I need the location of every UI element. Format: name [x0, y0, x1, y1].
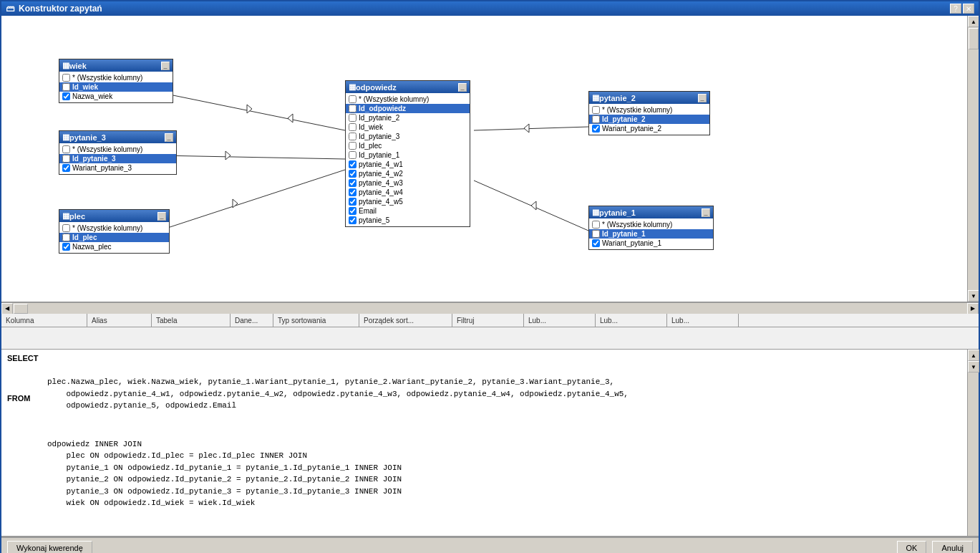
checkbox[interactable] — [349, 188, 356, 196]
close-button[interactable]: ✕ — [963, 4, 974, 14]
checkbox[interactable] — [592, 221, 600, 229]
table-plec-title: plec — [69, 212, 157, 221]
ok-button[interactable]: OK — [897, 541, 927, 554]
grid-col-lub2: Lub... — [596, 314, 667, 327]
table-pytanie1-body: * (Wszystkie kolumny) Id_pytanie_1 Waria… — [589, 218, 713, 249]
checkbox[interactable] — [62, 243, 70, 251]
table-row: Id_pytanie_3 — [59, 154, 176, 163]
checkbox[interactable] — [62, 74, 70, 82]
sql-select: plec.Nazwa_plec, wiek.Nazwa_wiek, pytani… — [47, 376, 964, 412]
svg-marker-1 — [247, 105, 252, 113]
table-pytanie1-header[interactable]: ▦ pytanie_1 _ — [589, 206, 713, 218]
table-row: * (Wszystkie kolumny) — [59, 73, 173, 82]
table-plec-minimize[interactable]: _ — [157, 212, 166, 221]
table-wiek-header[interactable]: ▦ wiek _ — [59, 59, 173, 72]
table-row: pytanie_4_w5 — [346, 197, 470, 206]
sql-scroll-up[interactable]: ▲ — [968, 350, 979, 361]
table-row: pytanie_4_w2 — [346, 169, 470, 178]
table-pytanie2-header[interactable]: ▦ pytanie_2 _ — [589, 92, 709, 104]
scroll-right-button[interactable]: ▶ — [967, 303, 979, 314]
svg-line-3 — [159, 155, 345, 159]
table-odpowiedz-header[interactable]: ▦ odpowiedz _ — [346, 81, 470, 93]
action-right: OK Anuluj — [897, 541, 973, 554]
checkbox[interactable] — [62, 145, 70, 153]
scroll-left-button[interactable]: ◀ — [1, 303, 13, 314]
checkbox[interactable] — [62, 234, 70, 241]
checkbox[interactable] — [349, 123, 356, 131]
table-row: Email — [346, 206, 470, 216]
table-pytanie3-minimize[interactable]: _ — [165, 133, 173, 142]
table-row: * (Wszystkie kolumny) — [59, 223, 169, 233]
sql-area: SELECT FROM plec.Nazwa_plec, wiek.Nazwa_… — [1, 350, 979, 537]
canvas-scrollbar-h: ◀ ▶ — [1, 302, 979, 314]
checkbox[interactable] — [62, 92, 70, 100]
grid-col-filtruj: Filtruj — [452, 314, 524, 327]
checkbox[interactable] — [62, 155, 70, 163]
sql-labels: SELECT FROM — [1, 350, 44, 536]
table-plec-header[interactable]: ▦ plec _ — [59, 210, 169, 222]
sql-content[interactable]: plec.Nazwa_plec, wiek.Nazwa_wiek, pytani… — [44, 350, 967, 536]
checkbox[interactable] — [349, 207, 356, 215]
grid-area: Kolumna Alias Tabela Dane... Typ sortowa… — [1, 314, 979, 350]
table-pytanie1-title: pytanie_1 — [599, 208, 702, 217]
checkbox[interactable] — [349, 95, 356, 103]
scroll-down-button[interactable]: ▼ — [968, 290, 979, 302]
checkbox[interactable] — [62, 164, 70, 172]
checkbox[interactable] — [349, 133, 356, 140]
svg-marker-6 — [233, 199, 238, 208]
checkbox[interactable] — [349, 151, 356, 159]
table-icon: ▦ — [592, 93, 599, 102]
cancel-button[interactable]: Anuluj — [932, 541, 973, 554]
table-wiek: ▦ wiek _ * (Wszystkie kolumny) Id_wiek N… — [59, 59, 173, 103]
grid-col-tabela: Tabela — [152, 314, 231, 327]
action-bar: Wykonaj kwerendę OK Anuluj — [1, 537, 979, 554]
scroll-thumb[interactable] — [969, 28, 979, 49]
checkbox[interactable] — [592, 115, 600, 123]
table-row: Id_pytanie_2 — [346, 113, 470, 122]
checkbox[interactable] — [349, 179, 356, 187]
grid-col-alias: Alias — [87, 314, 152, 327]
scroll-up-button[interactable]: ▲ — [968, 16, 979, 27]
svg-marker-8 — [524, 124, 529, 133]
table-pytanie1: ▦ pytanie_1 _ * (Wszystkie kolumny) Id_p… — [588, 206, 714, 250]
table-pytanie3-header[interactable]: ▦ pytanie_3 _ — [59, 131, 176, 143]
table-wiek-title: wiek — [69, 62, 161, 70]
table-pytanie1-minimize[interactable]: _ — [702, 208, 710, 217]
table-row: * (Wszystkie kolumny) — [59, 145, 176, 154]
table-row: Id_pytanie_3 — [346, 132, 470, 141]
table-row: Wariant_pytanie_2 — [589, 124, 709, 133]
checkbox[interactable] — [592, 106, 600, 114]
table-wiek-minimize[interactable]: _ — [161, 62, 170, 70]
title-bar-left: 🗃 Konstruktor zapytań — [6, 4, 102, 14]
checkbox[interactable] — [349, 160, 356, 168]
grid-col-dane: Dane... — [231, 314, 273, 327]
checkbox[interactable] — [349, 142, 356, 150]
checkbox[interactable] — [592, 239, 600, 247]
table-pytanie3: ▦ pytanie_3 _ * (Wszystkie kolumny) Id_p… — [59, 130, 177, 175]
checkbox[interactable] — [592, 230, 600, 238]
scroll-h-thumb[interactable] — [14, 304, 28, 314]
checkbox[interactable] — [349, 198, 356, 206]
checkbox[interactable] — [349, 216, 356, 224]
table-odpowiedz-minimize[interactable]: _ — [458, 83, 467, 92]
checkbox[interactable] — [592, 125, 600, 133]
table-row: Id_pytanie_1 — [346, 150, 470, 160]
table-pytanie2-minimize[interactable]: _ — [698, 94, 707, 102]
grid-col-lub1: Lub... — [524, 314, 596, 327]
sql-scroll-down[interactable]: ▼ — [968, 361, 979, 372]
sql-scrollbar: ▲ ▼ — [967, 350, 979, 536]
checkbox[interactable] — [62, 83, 70, 91]
svg-line-9 — [474, 181, 588, 231]
table-icon: ▦ — [592, 208, 599, 217]
checkbox[interactable] — [349, 105, 356, 112]
checkbox[interactable] — [62, 224, 70, 232]
help-button[interactable]: ? — [950, 4, 961, 14]
table-row: pytanie_4_w4 — [346, 188, 470, 197]
checkbox[interactable] — [349, 170, 356, 178]
table-row: Id_plec — [59, 233, 169, 242]
table-row: Wariant_pytanie_3 — [59, 163, 176, 173]
table-icon: ▦ — [349, 82, 356, 92]
checkbox[interactable] — [349, 114, 356, 122]
execute-button[interactable]: Wykonaj kwerendę — [7, 541, 92, 554]
table-row: * (Wszystkie kolumny) — [346, 95, 470, 104]
